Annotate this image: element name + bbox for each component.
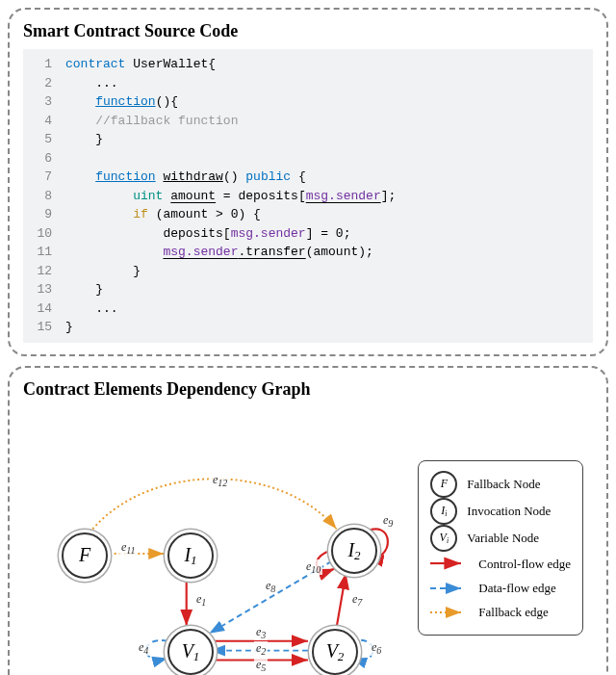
code-block: 1contract UserWallet{2 ...3 function(){4… bbox=[23, 49, 593, 343]
node-V1: V1 bbox=[167, 629, 214, 675]
code-line: 12 } bbox=[31, 262, 585, 281]
code-line: 9 if (amount > 0) { bbox=[31, 205, 585, 224]
legend: F Fallback Node Ii Invocation Node Vi Va… bbox=[418, 460, 583, 636]
edge-label-e11: e11 bbox=[119, 540, 138, 556]
edge-label-e12: e12 bbox=[211, 473, 229, 488]
code-line: 5 } bbox=[31, 130, 585, 149]
node-V2: V2 bbox=[312, 629, 358, 675]
edge-e7 bbox=[337, 572, 346, 627]
code-line: 15} bbox=[31, 318, 585, 337]
legend-invocation-node: Ii Invocation Node bbox=[430, 498, 571, 525]
node-I1: I1 bbox=[167, 532, 214, 579]
edge-label-e3: e3 bbox=[254, 625, 268, 640]
edge-label-e1: e1 bbox=[194, 592, 208, 608]
legend-fallback-edge: Fallback edge bbox=[430, 600, 571, 624]
code-line: 8 uint amount = deposits[msg.sender]; bbox=[31, 187, 585, 206]
edge-label-e10: e10 bbox=[304, 559, 322, 575]
node-I2: I2 bbox=[331, 528, 377, 574]
dependency-graph-panel: Contract Elements Dependency Graph bbox=[8, 366, 608, 676]
graph-title: Contract Elements Dependency Graph bbox=[23, 379, 593, 400]
node-F: F bbox=[62, 532, 108, 579]
code-line: 10 deposits[msg.sender] = 0; bbox=[31, 224, 585, 244]
legend-data-edge: Data-flow edge bbox=[430, 576, 571, 600]
edge-label-e8: e8 bbox=[264, 579, 277, 594]
code-line: 7 function withdraw() public { bbox=[31, 168, 585, 187]
code-line: 13 } bbox=[31, 280, 585, 299]
code-line: 14 ... bbox=[31, 299, 585, 319]
code-line: 3 function(){ bbox=[31, 92, 585, 112]
edge-label-e2: e2 bbox=[254, 641, 268, 657]
edge-label-e7: e7 bbox=[350, 592, 364, 608]
code-line: 6 bbox=[31, 149, 585, 169]
code-line: 11 msg.sender.transfer(amount); bbox=[31, 243, 585, 262]
legend-fallback-node: F Fallback Node bbox=[430, 471, 571, 498]
legend-control-edge: Control-flow edge bbox=[430, 552, 571, 576]
edge-label-e5: e5 bbox=[254, 658, 268, 673]
code-line: 2 ... bbox=[31, 74, 585, 93]
edge-label-e4: e4 bbox=[137, 640, 150, 656]
code-line: 4 //fallback function bbox=[31, 112, 585, 131]
legend-variable-node: Vi Variable Node bbox=[430, 525, 571, 552]
source-code-title: Smart Contract Source Code bbox=[23, 21, 593, 41]
edge-label-e9: e9 bbox=[381, 513, 395, 529]
source-code-panel: Smart Contract Source Code 1contract Use… bbox=[8, 8, 608, 356]
edge-label-e6: e6 bbox=[370, 640, 383, 656]
graph-canvas: F I1 I2 V1 V2 e11 e12 e1 e7 e8 e9 e10 e3… bbox=[23, 407, 593, 676]
code-line: 1contract UserWallet{ bbox=[31, 55, 585, 74]
